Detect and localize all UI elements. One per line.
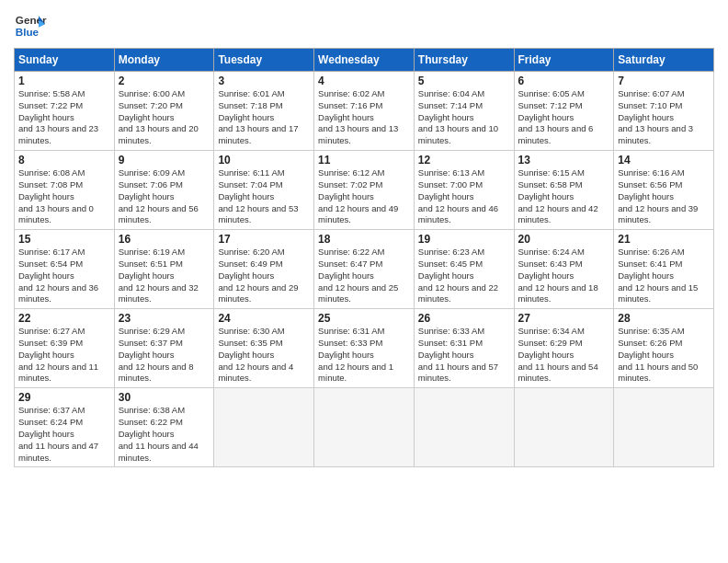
day-number: 2 — [119, 75, 210, 87]
sunset-line: Sunset: 6:35 PM — [218, 338, 310, 350]
sunset-line: Sunset: 7:18 PM — [218, 100, 310, 112]
daylight-value: and 13 hours and 3 minutes. — [618, 123, 710, 147]
day-number: 1 — [18, 75, 110, 87]
daylight-label: Daylight hours — [518, 191, 610, 203]
day-number: 7 — [618, 75, 710, 87]
daylight-value: and 12 hours and 4 minutes. — [218, 362, 310, 385]
day-number: 4 — [318, 75, 410, 87]
sunset-line: Sunset: 6:43 PM — [518, 259, 610, 270]
logo-icon: General Blue — [14, 9, 47, 42]
daylight-label: Daylight hours — [418, 112, 510, 124]
daylight-label: Daylight hours — [18, 429, 110, 441]
table-row: 14 Sunrise: 6:16 AM Sunset: 6:56 PM Dayl… — [614, 151, 714, 230]
sunset-line: Sunset: 6:41 PM — [618, 259, 710, 270]
table-row: 11 Sunrise: 6:12 AM Sunset: 7:02 PM Dayl… — [314, 151, 415, 230]
daylight-value: and 11 hours and 44 minutes. — [119, 441, 210, 465]
table-row: 4 Sunrise: 6:02 AM Sunset: 7:16 PM Dayli… — [314, 72, 415, 151]
day-number: 29 — [18, 391, 110, 404]
sunrise-line: Sunrise: 6:19 AM — [119, 247, 210, 259]
table-row: 23 Sunrise: 6:29 AM Sunset: 6:37 PM Dayl… — [114, 309, 214, 388]
day-number: 18 — [318, 233, 410, 246]
table-row: 9 Sunrise: 6:09 AM Sunset: 7:06 PM Dayli… — [114, 151, 214, 230]
sunset-line: Sunset: 7:02 PM — [318, 179, 410, 191]
daylight-value: and 13 hours and 20 minutes. — [119, 123, 210, 147]
daylight-value: and 12 hours and 25 minutes. — [318, 282, 410, 306]
day-number: 27 — [518, 312, 610, 325]
day-number: 20 — [518, 233, 610, 246]
sunset-line: Sunset: 7:06 PM — [119, 179, 210, 191]
logo: General Blue — [14, 9, 47, 42]
daylight-label: Daylight hours — [418, 350, 510, 362]
table-row: 24 Sunrise: 6:30 AM Sunset: 6:35 PM Dayl… — [214, 309, 314, 388]
daylight-label: Daylight hours — [618, 191, 710, 203]
daylight-label: Daylight hours — [318, 112, 410, 124]
sunset-line: Sunset: 6:56 PM — [618, 179, 710, 191]
table-row: 25 Sunrise: 6:31 AM Sunset: 6:33 PM Dayl… — [314, 309, 415, 388]
table-row — [614, 388, 714, 467]
daylight-label: Daylight hours — [119, 429, 210, 441]
sunrise-line: Sunrise: 6:04 AM — [418, 88, 510, 100]
sunrise-line: Sunrise: 5:58 AM — [18, 88, 110, 100]
daylight-label: Daylight hours — [618, 270, 710, 282]
daylight-label: Daylight hours — [218, 191, 310, 203]
daylight-label: Daylight hours — [18, 270, 110, 282]
sunrise-line: Sunrise: 6:08 AM — [18, 167, 110, 179]
col-thursday: Thursday — [414, 49, 514, 72]
sunset-line: Sunset: 7:16 PM — [318, 100, 410, 112]
day-number: 6 — [518, 75, 610, 87]
sunrise-line: Sunrise: 6:17 AM — [18, 247, 110, 259]
daylight-value: and 12 hours and 32 minutes. — [119, 282, 210, 306]
daylight-value: and 12 hours and 15 minutes. — [618, 282, 710, 306]
sunset-line: Sunset: 6:45 PM — [418, 259, 510, 270]
col-wednesday: Wednesday — [314, 49, 415, 72]
daylight-value: and 11 hours and 54 minutes. — [518, 362, 610, 385]
table-row — [314, 388, 415, 467]
table-row: 8 Sunrise: 6:08 AM Sunset: 7:08 PM Dayli… — [15, 151, 115, 230]
day-number: 16 — [119, 233, 210, 246]
daylight-value: and 12 hours and 39 minutes. — [618, 203, 710, 227]
sunrise-line: Sunrise: 6:00 AM — [119, 88, 210, 100]
sunrise-line: Sunrise: 6:01 AM — [218, 88, 310, 100]
daylight-value: and 12 hours and 8 minutes. — [119, 362, 210, 385]
day-number: 19 — [418, 233, 510, 246]
daylight-value: and 12 hours and 53 minutes. — [218, 203, 310, 227]
daylight-label: Daylight hours — [418, 191, 510, 203]
day-number: 12 — [418, 154, 510, 167]
sunrise-line: Sunrise: 6:05 AM — [518, 88, 610, 100]
table-row: 12 Sunrise: 6:13 AM Sunset: 7:00 PM Dayl… — [414, 151, 514, 230]
table-row: 6 Sunrise: 6:05 AM Sunset: 7:12 PM Dayli… — [514, 72, 614, 151]
sunrise-line: Sunrise: 6:09 AM — [119, 167, 210, 179]
sunset-line: Sunset: 7:14 PM — [418, 100, 510, 112]
sunrise-line: Sunrise: 6:30 AM — [218, 326, 310, 338]
day-number: 13 — [518, 154, 610, 167]
sunrise-line: Sunrise: 6:34 AM — [518, 326, 610, 338]
table-row — [414, 388, 514, 467]
day-number: 3 — [218, 75, 310, 87]
page: General Blue Sunday Monday Tuesday Wedne… — [0, 0, 728, 563]
day-number: 24 — [218, 312, 310, 325]
sunrise-line: Sunrise: 6:38 AM — [119, 405, 210, 417]
sunset-line: Sunset: 6:31 PM — [418, 338, 510, 350]
table-row: 28 Sunrise: 6:35 AM Sunset: 6:26 PM Dayl… — [614, 309, 714, 388]
table-row: 20 Sunrise: 6:24 AM Sunset: 6:43 PM Dayl… — [514, 230, 614, 309]
sunset-line: Sunset: 6:54 PM — [18, 259, 110, 270]
day-number: 23 — [119, 312, 210, 325]
table-row: 19 Sunrise: 6:23 AM Sunset: 6:45 PM Dayl… — [414, 230, 514, 309]
sunset-line: Sunset: 6:26 PM — [618, 338, 710, 350]
sunset-line: Sunset: 7:10 PM — [618, 100, 710, 112]
table-row: 22 Sunrise: 6:27 AM Sunset: 6:39 PM Dayl… — [15, 309, 115, 388]
table-row: 26 Sunrise: 6:33 AM Sunset: 6:31 PM Dayl… — [414, 309, 514, 388]
day-number: 9 — [119, 154, 210, 167]
daylight-value: and 12 hours and 46 minutes. — [418, 203, 510, 227]
daylight-value: and 13 hours and 6 minutes. — [518, 123, 610, 147]
table-row: 7 Sunrise: 6:07 AM Sunset: 7:10 PM Dayli… — [614, 72, 714, 151]
sunrise-line: Sunrise: 6:22 AM — [318, 247, 410, 259]
daylight-label: Daylight hours — [318, 191, 410, 203]
sunrise-line: Sunrise: 6:13 AM — [418, 167, 510, 179]
sunrise-line: Sunrise: 6:27 AM — [18, 326, 110, 338]
sunset-line: Sunset: 6:29 PM — [518, 338, 610, 350]
table-row: 10 Sunrise: 6:11 AM Sunset: 7:04 PM Dayl… — [214, 151, 314, 230]
table-row: 18 Sunrise: 6:22 AM Sunset: 6:47 PM Dayl… — [314, 230, 415, 309]
day-number: 28 — [618, 312, 710, 325]
sunrise-line: Sunrise: 6:20 AM — [218, 247, 310, 259]
